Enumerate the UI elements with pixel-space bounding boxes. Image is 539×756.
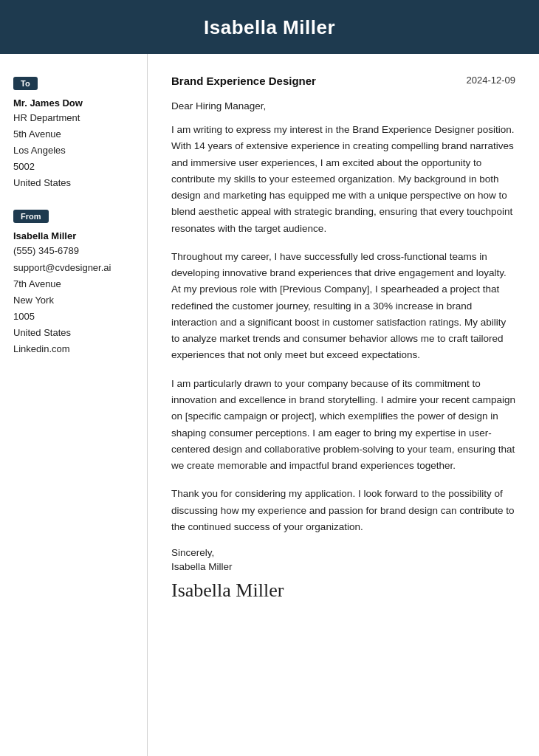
job-title: Brand Experience Designer (171, 75, 316, 87)
from-section: From Isabella Miller (555) 345-6789 supp… (13, 209, 134, 357)
paragraph-4: Thank you for considering my application… (171, 486, 515, 535)
from-line2: New York (13, 292, 134, 309)
paragraph-3: I am particularly drawn to your company … (171, 376, 515, 475)
main-content: Brand Experience Designer 2024-12-09 Dea… (148, 54, 539, 756)
header: Isabella Miller (0, 0, 539, 54)
to-name: Mr. James Dow (13, 97, 134, 109)
from-line4: United States (13, 325, 134, 341)
to-line1: HR Department (13, 110, 134, 126)
signature: Isabella Miller (171, 580, 515, 602)
to-line3: Los Angeles (13, 142, 134, 159)
date: 2024-12-09 (467, 75, 516, 86)
page: Isabella Miller To Mr. James Dow HR Depa… (0, 0, 539, 756)
from-line3: 1005 (13, 309, 134, 325)
from-badge: From (13, 210, 49, 223)
to-line2: 5th Avenue (13, 126, 134, 142)
from-email: support@cvdesigner.ai (13, 260, 134, 276)
sidebar: To Mr. James Dow HR Department 5th Avenu… (0, 54, 148, 756)
paragraph-1: I am writing to express my interest in t… (171, 122, 515, 237)
paragraph-2: Throughout my career, I have successfull… (171, 249, 515, 364)
to-badge: To (13, 77, 38, 90)
body: To Mr. James Dow HR Department 5th Avenu… (0, 54, 539, 756)
to-line5: United States (13, 175, 134, 191)
from-name: Isabella Miller (13, 230, 134, 241)
to-section: To Mr. James Dow HR Department 5th Avenu… (13, 76, 134, 191)
from-line5: Linkedin.com (13, 341, 134, 357)
greeting: Dear Hiring Manager, (171, 100, 515, 111)
main-header-row: Brand Experience Designer 2024-12-09 (171, 75, 515, 87)
to-line4: 5002 (13, 159, 134, 175)
from-phone: (555) 345-6789 (13, 243, 134, 259)
header-name: Isabella Miller (0, 16, 539, 39)
closing: Sincerely, (171, 547, 515, 558)
from-line1: 7th Avenue (13, 276, 134, 292)
closing-name: Isabella Miller (171, 561, 515, 572)
